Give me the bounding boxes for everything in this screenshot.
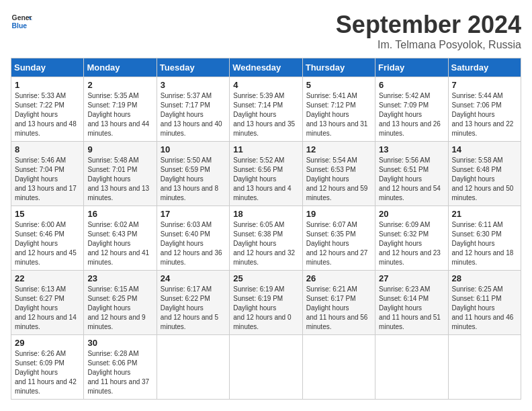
table-row: 25 Sunrise: 6:19 AMSunset: 6:19 PMDaylig…	[230, 271, 302, 335]
table-row: 5 Sunrise: 5:41 AMSunset: 7:12 PMDayligh…	[302, 77, 375, 142]
table-row: 6 Sunrise: 5:42 AMSunset: 7:09 PMDayligh…	[375, 77, 448, 142]
day-info: Sunrise: 5:46 AMSunset: 7:04 PMDaylight …	[15, 156, 77, 201]
day-number: 5	[306, 80, 371, 90]
table-row: 30 Sunrise: 6:28 AMSunset: 6:06 PMDaylig…	[84, 335, 157, 400]
calendar-table: Sunday Monday Tuesday Wednesday Thursday…	[11, 58, 521, 400]
location-title: Im. Telmana Posyolok, Russia	[336, 39, 521, 51]
table-row: 26 Sunrise: 6:21 AMSunset: 6:17 PMDaylig…	[302, 271, 375, 335]
table-row	[448, 335, 521, 400]
day-number: 13	[379, 144, 444, 154]
day-number: 4	[233, 80, 298, 90]
day-info: Sunrise: 6:19 AMSunset: 6:19 PMDaylight …	[233, 285, 291, 330]
table-row: 29 Sunrise: 6:26 AMSunset: 6:09 PMDaylig…	[11, 335, 84, 400]
day-number: 19	[306, 209, 371, 219]
table-row: 16 Sunrise: 6:02 AMSunset: 6:43 PMDaylig…	[84, 206, 157, 271]
day-number: 9	[87, 144, 152, 154]
day-info: Sunrise: 5:35 AMSunset: 7:19 PMDaylight …	[87, 92, 149, 137]
table-row: 20 Sunrise: 6:09 AMSunset: 6:32 PMDaylig…	[375, 206, 448, 271]
day-number: 29	[15, 338, 80, 348]
logo-icon: General Blue	[11, 11, 32, 32]
day-number: 21	[452, 209, 517, 219]
day-number: 11	[233, 144, 298, 154]
day-number: 3	[161, 80, 226, 90]
day-number: 12	[306, 144, 371, 154]
table-row: 2 Sunrise: 5:35 AMSunset: 7:19 PMDayligh…	[84, 77, 157, 142]
day-number: 20	[379, 209, 444, 219]
day-number: 26	[306, 273, 371, 283]
col-thursday: Thursday	[302, 58, 375, 77]
table-row	[375, 335, 448, 400]
day-number: 23	[87, 273, 152, 283]
day-number: 18	[233, 209, 298, 219]
table-row: 28 Sunrise: 6:25 AMSunset: 6:11 PMDaylig…	[448, 271, 521, 335]
svg-text:Blue: Blue	[12, 22, 28, 30]
day-number: 16	[87, 209, 152, 219]
table-row	[157, 335, 229, 400]
table-row	[302, 335, 375, 400]
day-number: 15	[15, 209, 80, 219]
table-row: 7 Sunrise: 5:44 AMSunset: 7:06 PMDayligh…	[448, 77, 521, 142]
col-tuesday: Tuesday	[157, 58, 229, 77]
table-row: 18 Sunrise: 6:05 AMSunset: 6:38 PMDaylig…	[230, 206, 302, 271]
logo: General Blue	[11, 11, 32, 32]
day-number: 14	[452, 144, 517, 154]
day-number: 8	[15, 144, 80, 154]
col-saturday: Saturday	[448, 58, 521, 77]
calendar-row: 8 Sunrise: 5:46 AMSunset: 7:04 PMDayligh…	[11, 142, 521, 206]
day-info: Sunrise: 5:41 AMSunset: 7:12 PMDaylight …	[306, 92, 368, 137]
calendar-row: 15 Sunrise: 6:00 AMSunset: 6:46 PMDaylig…	[11, 206, 521, 271]
day-info: Sunrise: 5:52 AMSunset: 6:56 PMDaylight …	[233, 156, 291, 201]
day-info: Sunrise: 6:23 AMSunset: 6:14 PMDaylight …	[379, 285, 441, 330]
calendar-row: 29 Sunrise: 6:26 AMSunset: 6:09 PMDaylig…	[11, 335, 521, 400]
table-row: 1 Sunrise: 5:33 AMSunset: 7:22 PMDayligh…	[11, 77, 84, 142]
day-info: Sunrise: 5:58 AMSunset: 6:48 PMDaylight …	[452, 156, 514, 201]
day-number: 17	[161, 209, 226, 219]
day-info: Sunrise: 6:05 AMSunset: 6:38 PMDaylight …	[233, 221, 295, 266]
table-row: 23 Sunrise: 6:15 AMSunset: 6:25 PMDaylig…	[84, 271, 157, 335]
table-row: 11 Sunrise: 5:52 AMSunset: 6:56 PMDaylig…	[230, 142, 302, 206]
table-row: 27 Sunrise: 6:23 AMSunset: 6:14 PMDaylig…	[375, 271, 448, 335]
table-row: 13 Sunrise: 5:56 AMSunset: 6:51 PMDaylig…	[375, 142, 448, 206]
title-area: September 2024 Im. Telmana Posyolok, Rus…	[336, 11, 521, 51]
table-row: 10 Sunrise: 5:50 AMSunset: 6:59 PMDaylig…	[157, 142, 229, 206]
day-number: 6	[379, 80, 444, 90]
header-row: Sunday Monday Tuesday Wednesday Thursday…	[11, 58, 521, 77]
day-info: Sunrise: 6:17 AMSunset: 6:22 PMDaylight …	[161, 285, 218, 330]
day-number: 1	[15, 80, 80, 90]
day-info: Sunrise: 5:37 AMSunset: 7:17 PMDaylight …	[161, 92, 222, 137]
day-info: Sunrise: 6:21 AMSunset: 6:17 PMDaylight …	[306, 285, 368, 330]
day-info: Sunrise: 5:54 AMSunset: 6:53 PMDaylight …	[306, 156, 368, 201]
day-info: Sunrise: 6:28 AMSunset: 6:06 PMDaylight …	[87, 350, 149, 395]
day-info: Sunrise: 6:03 AMSunset: 6:40 PMDaylight …	[161, 221, 222, 266]
table-row: 17 Sunrise: 6:03 AMSunset: 6:40 PMDaylig…	[157, 206, 229, 271]
day-number: 10	[161, 144, 226, 154]
table-row: 19 Sunrise: 6:07 AMSunset: 6:35 PMDaylig…	[302, 206, 375, 271]
day-info: Sunrise: 5:50 AMSunset: 6:59 PMDaylight …	[161, 156, 218, 201]
table-row: 3 Sunrise: 5:37 AMSunset: 7:17 PMDayligh…	[157, 77, 229, 142]
day-info: Sunrise: 5:33 AMSunset: 7:22 PMDaylight …	[15, 92, 77, 137]
day-number: 24	[161, 273, 226, 283]
col-wednesday: Wednesday	[230, 58, 302, 77]
day-info: Sunrise: 5:44 AMSunset: 7:06 PMDaylight …	[452, 92, 514, 137]
day-info: Sunrise: 5:56 AMSunset: 6:51 PMDaylight …	[379, 156, 441, 201]
day-info: Sunrise: 6:09 AMSunset: 6:32 PMDaylight …	[379, 221, 441, 266]
day-number: 22	[15, 273, 80, 283]
month-title: September 2024	[336, 11, 521, 39]
table-row: 24 Sunrise: 6:17 AMSunset: 6:22 PMDaylig…	[157, 271, 229, 335]
col-monday: Monday	[84, 58, 157, 77]
table-row: 21 Sunrise: 6:11 AMSunset: 6:30 PMDaylig…	[448, 206, 521, 271]
day-info: Sunrise: 6:11 AMSunset: 6:30 PMDaylight …	[452, 221, 514, 266]
day-number: 30	[87, 338, 152, 348]
table-row: 15 Sunrise: 6:00 AMSunset: 6:46 PMDaylig…	[11, 206, 84, 271]
table-row: 12 Sunrise: 5:54 AMSunset: 6:53 PMDaylig…	[302, 142, 375, 206]
col-friday: Friday	[375, 58, 448, 77]
day-number: 7	[452, 80, 517, 90]
day-info: Sunrise: 5:39 AMSunset: 7:14 PMDaylight …	[233, 92, 295, 137]
table-row	[230, 335, 302, 400]
table-row: 9 Sunrise: 5:48 AMSunset: 7:01 PMDayligh…	[84, 142, 157, 206]
table-row: 4 Sunrise: 5:39 AMSunset: 7:14 PMDayligh…	[230, 77, 302, 142]
day-info: Sunrise: 5:42 AMSunset: 7:09 PMDaylight …	[379, 92, 441, 137]
day-info: Sunrise: 6:15 AMSunset: 6:25 PMDaylight …	[87, 285, 145, 330]
calendar-row: 1 Sunrise: 5:33 AMSunset: 7:22 PMDayligh…	[11, 77, 521, 142]
day-info: Sunrise: 5:48 AMSunset: 7:01 PMDaylight …	[87, 156, 149, 201]
